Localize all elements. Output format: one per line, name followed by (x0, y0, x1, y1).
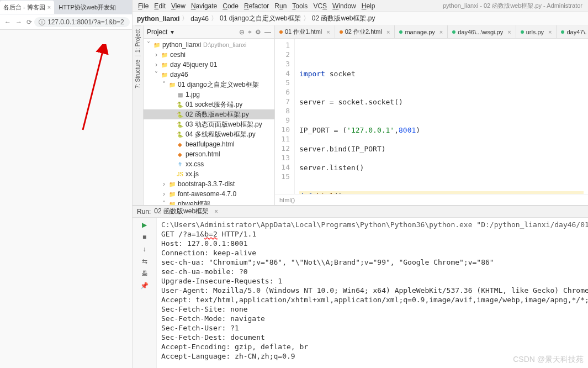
run-stop-icon[interactable]: ■ (140, 232, 150, 242)
tree-item[interactable]: 🐍01 socket服务端.py (144, 99, 274, 109)
menu-file[interactable]: File (136, 2, 151, 10)
tree-item[interactable]: ˅📁nbweb框架 (144, 199, 274, 205)
ide-window: File Edit View Navigate Code Refactor Ru… (133, 0, 588, 368)
project-header: Project ▾ ⊖ ⌖ ⚙ — (144, 25, 274, 39)
tab-title: 各后台 - 博客园 (3, 3, 45, 12)
editor-breadcrumb: html() (275, 194, 588, 205)
run-down-icon[interactable]: ↓ (140, 244, 150, 254)
watermark: CSDN @景天科技苑 (513, 355, 584, 365)
settings-icon[interactable]: ⚙ (255, 28, 261, 36)
run-toolbar: ▶ ■ ↓ ⇆ 🖶 📌 (133, 218, 157, 368)
tool-project[interactable]: 1: Project (135, 25, 141, 56)
crumb-root[interactable]: python_lianxi (137, 15, 179, 23)
tab-title: HTTP协议web开发知 (59, 3, 116, 12)
tree-item[interactable]: ◆person.html (144, 149, 274, 159)
menu-refactor[interactable]: Refactor (242, 2, 271, 10)
tree-item[interactable]: ▦1.jpg (144, 90, 274, 99)
nav-back-icon[interactable]: ← (2, 18, 13, 26)
browser-tabs: 各后台 - 博客园× HTTP协议web开发知 (0, 0, 132, 14)
run-header: Run: 02 函数版web框架 × (133, 206, 588, 218)
svg-line-0 (83, 47, 104, 130)
project-panel: Project ▾ ⊖ ⌖ ⚙ — ˅📁python_lianxiD:\pyth… (144, 25, 275, 205)
code-editor[interactable]: 123456789101112131415 import socket serv… (275, 39, 588, 194)
browser-window: 各后台 - 博客园× HTTP协议web开发知 ← → ⟳ i127.0.0.1… (0, 0, 133, 368)
tree-item[interactable]: ›📁ceshi (144, 50, 274, 60)
collapse-icon[interactable]: ⊖ (239, 28, 245, 36)
editor-tab[interactable]: urls.py× (516, 25, 557, 39)
run-panel: Run: 02 函数版web框架 × ▶ ■ ↓ ⇆ 🖶 📌 C:\Users\… (133, 205, 588, 368)
menu-navigate[interactable]: Navigate (189, 2, 219, 10)
run-tab[interactable]: 02 函数版web框架 (154, 207, 209, 216)
menu-help[interactable]: Help (359, 2, 378, 10)
breadcrumb: python_lianxi〉 day46〉 01 django之自定义web框架… (133, 12, 588, 25)
browser-tab-2[interactable]: HTTP协议web开发知 (55, 1, 116, 14)
menu-vcs[interactable]: VCS (311, 2, 329, 10)
project-label: Project (147, 28, 167, 36)
tree-item[interactable]: 🐍02 函数版web框架.py (144, 109, 274, 119)
run-play-icon[interactable]: ▶ (140, 220, 150, 230)
tree-item[interactable]: 🐍03 动态页面版web框架.py (144, 119, 274, 129)
editor-tab[interactable]: day47\. (557, 25, 588, 39)
nav-reload-icon[interactable]: ⟳ (24, 18, 34, 26)
editor-tab[interactable]: 02 作业2.html× (335, 25, 395, 39)
nav-fwd-icon[interactable]: → (13, 18, 24, 26)
code-content[interactable]: import socket server = socket.socket() I… (295, 39, 588, 194)
tool-structure[interactable]: 7: Structure (135, 56, 141, 92)
run-wrap-icon[interactable]: ⇆ (140, 256, 150, 266)
tree-item[interactable]: ◆beatfulpage.html (144, 139, 274, 149)
editor-tab[interactable]: day46\...\wsgi.py× (448, 25, 516, 39)
tool-gutter: 1: Project 7: Structure (133, 25, 144, 205)
crumb-1[interactable]: day46 (190, 15, 209, 23)
address-bar: ← → ⟳ i127.0.0.1:8001/?a=1&b=2 (0, 14, 132, 30)
menu-edit[interactable]: Edit (152, 2, 168, 10)
run-print-icon[interactable]: 🖶 (140, 269, 150, 278)
menu-view[interactable]: View (169, 2, 188, 10)
close-icon[interactable]: × (47, 4, 51, 10)
url-field[interactable]: i127.0.0.1:8001/?a=1&b=2 (34, 17, 130, 27)
run-tab-close[interactable]: × (214, 208, 218, 215)
window-title: python_lianxi - 02 函数版web框架.py - Adminis… (441, 2, 585, 10)
hide-icon[interactable]: — (264, 28, 271, 36)
editor-tabs: 01 作业1.html×02 作业2.html×manage.py×day46\… (275, 25, 588, 39)
annotation-arrow (77, 44, 110, 133)
line-numbers: 123456789101112131415 (275, 39, 295, 194)
info-icon: i (39, 19, 45, 25)
project-tree[interactable]: ˅📁python_lianxiD:\python_lianxi›📁ceshi›📁… (144, 39, 274, 205)
tree-item[interactable]: JSxx.js (144, 169, 274, 179)
run-label: Run: (137, 208, 151, 215)
url-text: 127.0.0.1:8001/?a=1&b=2 (47, 18, 124, 26)
menu-code[interactable]: Code (220, 2, 241, 10)
console-output[interactable]: C:\Users\Administrator\AppData\Local\Pro… (157, 218, 588, 368)
tree-item[interactable]: ˅📁01 django之自定义web框架 (144, 80, 274, 90)
tree-item[interactable]: ˅📁day46 (144, 70, 274, 80)
run-pin-icon[interactable]: 📌 (140, 281, 150, 291)
menu-tools[interactable]: Tools (290, 2, 310, 10)
locate-icon[interactable]: ⌖ (248, 28, 252, 36)
browser-tab-1[interactable]: 各后台 - 博客园× (0, 1, 54, 14)
editor-area: 01 作业1.html×02 作业2.html×manage.py×day46\… (275, 25, 588, 205)
menu-bar: File Edit View Navigate Code Refactor Ru… (133, 0, 588, 12)
tree-item[interactable]: #xx.css (144, 159, 274, 169)
tree-item[interactable]: ›📁bootstrap-3.3.7-dist (144, 179, 274, 189)
tree-item[interactable]: ›📁font-awesome-4.7.0 (144, 189, 274, 199)
tree-item[interactable]: 🐍04 多线程版web框架.py (144, 129, 274, 139)
menu-window[interactable]: Window (330, 2, 358, 10)
menu-run[interactable]: Run (272, 2, 289, 10)
crumb-2[interactable]: 01 django之自定义web框架 (220, 14, 301, 23)
tree-item[interactable]: ˅📁python_lianxiD:\python_lianxi (144, 40, 274, 50)
editor-tab[interactable]: 01 作业1.html× (275, 25, 335, 39)
editor-tab[interactable]: manage.py× (395, 25, 448, 39)
crumb-file[interactable]: 02 函数版web框架.py (312, 14, 375, 23)
tree-item[interactable]: ›📁day 45jquery 01 (144, 60, 274, 70)
